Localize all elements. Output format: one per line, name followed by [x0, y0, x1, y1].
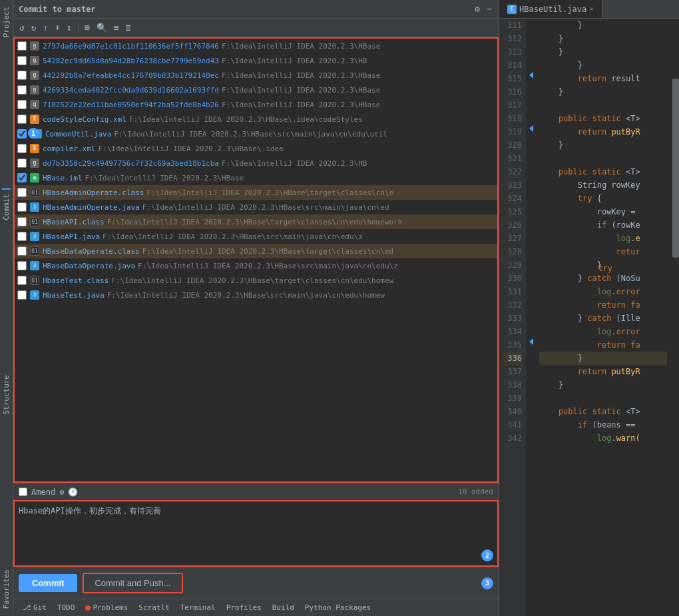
- tab-build[interactable]: Build: [267, 602, 300, 613]
- xml-icon: X: [29, 114, 40, 125]
- list-item[interactable]: J HBaseDataOperate.java F:\Idea\IntelliJ…: [15, 258, 497, 273]
- list-item[interactable]: 01 HBaseDataOperate.class F:\Idea\Intell…: [15, 244, 497, 258]
- code-line: }: [539, 59, 667, 72]
- java-icon: J: [29, 290, 40, 300]
- java-icon: J: [29, 202, 40, 212]
- list-item[interactable]: J HbaseTest.java F:\Idea\IntelliJ IDEA 2…: [15, 288, 497, 302]
- file-checkbox-10[interactable]: [17, 173, 27, 182]
- file-name: 54282ec9dd65d8a94d28b76238cbe7799e59ed43: [43, 57, 219, 65]
- tab-scratchlt[interactable]: Scratlt: [133, 602, 174, 613]
- class-icon: 01: [29, 275, 40, 286]
- filter-icon[interactable]: ≡: [112, 22, 121, 33]
- list-item[interactable]: J HBaseAdminOperate.java F:\Idea\Intelli…: [15, 200, 497, 214]
- list-item[interactable]: g 2797da66e9d87e1c01c1bf110636ef5ff17678…: [15, 39, 497, 53]
- file-path: F:\Idea\IntelliJ IDEA 2020.2.3\HBase\.id…: [129, 115, 363, 124]
- file-checkbox-5[interactable]: [17, 100, 27, 109]
- gear-settings-icon[interactable]: ⚙: [59, 487, 64, 497]
- search-icon[interactable]: 🔍: [95, 22, 109, 33]
- java-icon: J: [29, 231, 40, 242]
- file-checkbox-8[interactable]: [17, 144, 27, 153]
- minimize-icon[interactable]: −: [485, 4, 493, 14]
- file-checkbox-13[interactable]: [17, 217, 27, 226]
- file-name: HBaseAPI.java: [43, 232, 100, 241]
- file-checkbox-7[interactable]: [17, 129, 27, 139]
- right-scrollbar[interactable]: [672, 19, 679, 616]
- list-item[interactable]: g dd7b3350c29c49497756c7f32c69a3bed18b1c…: [15, 156, 497, 170]
- git-icon: g: [29, 41, 40, 51]
- commit-button[interactable]: Commit: [19, 574, 77, 592]
- tab-todo[interactable]: TODO: [52, 602, 81, 613]
- file-checkbox-3[interactable]: [17, 71, 27, 80]
- project-sidebar-tab[interactable]: Project: [2, 3, 11, 41]
- list-item[interactable]: 1 J CommonUtil.java F:\Idea\IntelliJ IDE…: [15, 127, 497, 141]
- code-line: } catch (Ille: [539, 312, 667, 325]
- class-icon: 01: [29, 216, 40, 227]
- tab-git[interactable]: ⎇ Git: [17, 602, 52, 613]
- file-checkbox-18[interactable]: [17, 290, 27, 300]
- sort-icon[interactable]: ↕: [65, 22, 74, 33]
- structure-sidebar-tab[interactable]: Structure: [2, 371, 11, 419]
- file-checkbox-6[interactable]: [17, 115, 27, 124]
- code-line: if (rowKe: [539, 218, 667, 232]
- file-checkbox-2[interactable]: [17, 56, 27, 65]
- code-line: retur: [539, 245, 667, 258]
- file-checkbox-17[interactable]: [17, 276, 27, 285]
- commit-message-input[interactable]: [15, 501, 497, 565]
- list-item[interactable]: X codeStyleConfig.xml F:\Idea\IntelliJ I…: [15, 112, 497, 127]
- file-name: CommonUtil.java: [45, 130, 111, 139]
- favorites-sidebar-tab[interactable]: Favorites: [2, 565, 11, 613]
- file-path: F:\Idea\IntelliJ IDEA 2020.2.3\HBase\.id…: [98, 145, 283, 153]
- list-item[interactable]: g 54282ec9dd65d8a94d28b76238cbe7799e59ed…: [15, 53, 497, 68]
- tab-terminal[interactable]: Terminal: [175, 602, 221, 613]
- file-checkbox-12[interactable]: [17, 202, 27, 212]
- file-checkbox-9[interactable]: [17, 158, 27, 168]
- list-item[interactable]: g 4269334ceda4022fcc0da9d639d16602a1693f…: [15, 83, 497, 97]
- xml-icon: X: [29, 143, 40, 154]
- code-line: return putByR: [539, 365, 667, 378]
- file-path: F:\Idea\IntelliJ IDEA 2020.2.3\HBase: [222, 42, 380, 51]
- file-name: 7182522e22ed11bae0550ef94f2ba52fde8a4b26: [43, 101, 219, 109]
- list-item[interactable]: 01 HbaseTest.class F:\Idea\IntelliJ IDEA…: [15, 273, 497, 288]
- diff-icon[interactable]: ⊞: [83, 22, 92, 33]
- commit-and-push-button[interactable]: Commit and Push...: [83, 573, 182, 593]
- tab-close-icon[interactable]: ×: [589, 5, 594, 13]
- file-checkbox-1[interactable]: [17, 41, 27, 51]
- list-item[interactable]: 01 HBaseAPI.class F:\Idea\IntelliJ IDEA …: [15, 214, 497, 229]
- gear-icon[interactable]: ⚙: [473, 4, 481, 14]
- code-line: public static <T>: [539, 405, 667, 418]
- file-checkbox-15[interactable]: [17, 246, 27, 256]
- list-item[interactable]: J HBaseAPI.java F:\Idea\IntelliJ IDEA 20…: [15, 229, 497, 244]
- panel-title: Commit to master: [19, 5, 96, 14]
- file-path: F:\Idea\IntelliJ IDEA 2020.2.3\HB: [222, 159, 367, 168]
- file-path: F:\Idea\IntelliJ IDEA 2020.2.3\HBase\tar…: [111, 276, 393, 285]
- file-path: F:\Idea\IntelliJ IDEA 2020.2.3\HBase\src…: [138, 262, 398, 270]
- file-checkbox-16[interactable]: [17, 261, 27, 270]
- download-icon[interactable]: ⬇: [53, 22, 62, 33]
- file-checkbox-4[interactable]: [17, 85, 27, 95]
- file-path: F:\Idea\IntelliJ IDEA 2020.2.3\HBase\src…: [103, 232, 363, 241]
- class-icon: 01: [29, 246, 40, 256]
- list-item[interactable]: 01 HBaseAdminOperate.class F:\Idea\Intel…: [15, 185, 497, 200]
- tab-python-packages[interactable]: Python Packages: [300, 602, 376, 613]
- file-name: compiler.xml: [43, 145, 95, 153]
- file-name: codeStyleConfig.xml: [43, 115, 126, 124]
- list-item[interactable]: g 442292b8a7efeabbe4cc176709b833b1792140…: [15, 68, 497, 83]
- editor-tab-hbaseutil[interactable]: C HBaseUtil.java ×: [499, 0, 602, 18]
- list-item[interactable]: X compiler.xml F:\Idea\IntelliJ IDEA 202…: [15, 141, 497, 156]
- list-item[interactable]: ▣ HBase.iml F:\Idea\IntelliJ IDEA 2020.2…: [15, 170, 497, 185]
- file-path: F:\Idea\IntelliJ IDEA 2020.2.3\HBase\tar…: [146, 188, 393, 197]
- list-item[interactable]: g 7182522e22ed11bae0550ef94f2ba52fde8a4b…: [15, 97, 497, 112]
- tab-problems[interactable]: Problems: [80, 602, 133, 613]
- refresh-icon[interactable]: ↺: [17, 22, 27, 33]
- amend-checkbox[interactable]: [19, 487, 27, 496]
- tab-profiles[interactable]: Profiles: [221, 602, 267, 613]
- commit-sidebar-tab[interactable]: Commit: [2, 188, 11, 224]
- file-checkbox-11[interactable]: [17, 188, 27, 197]
- clock-icon[interactable]: 🕐: [68, 487, 78, 497]
- expand-icon[interactable]: ≣: [124, 22, 133, 33]
- up-icon[interactable]: ↑: [41, 22, 51, 33]
- scrollbar-thumb[interactable]: [672, 79, 679, 258]
- file-checkbox-14[interactable]: [17, 232, 27, 241]
- undo-icon[interactable]: ↻: [29, 22, 39, 33]
- file-name: 442292b8a7efeabbe4cc176709b833b1792140ec: [43, 71, 219, 80]
